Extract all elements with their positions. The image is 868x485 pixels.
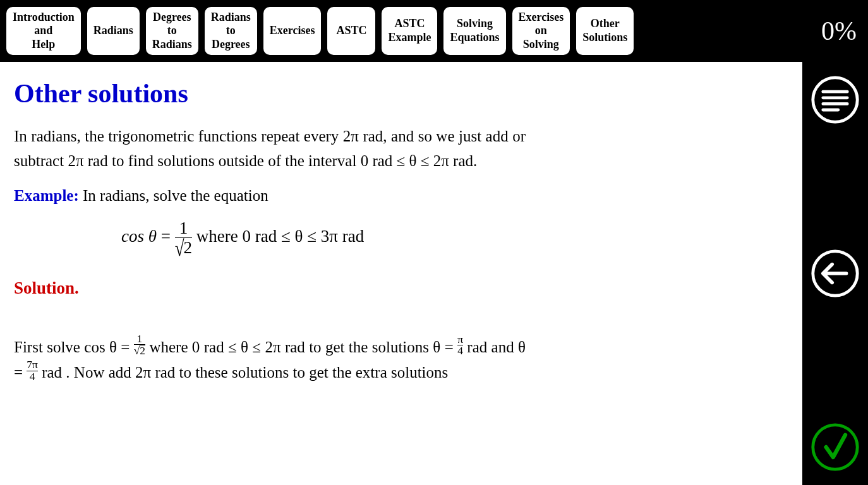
- arrow-left-icon: [810, 248, 860, 299]
- sol-frac3-den: 4: [27, 371, 38, 383]
- eq-fraction: 1√2: [175, 219, 192, 256]
- equation-display: cos θ = 1√2 where 0 rad ≤ θ ≤ 3π rad: [14, 219, 788, 256]
- sol-frac1-den: √2: [134, 344, 145, 357]
- eq-frac-num: 1: [175, 219, 192, 237]
- tab-other-solutions[interactable]: Other Solutions: [576, 7, 634, 55]
- tab-astc-example[interactable]: ASTC Example: [382, 7, 437, 55]
- back-button[interactable]: [809, 247, 862, 300]
- check-icon: [810, 422, 860, 472]
- example-label: Example:: [14, 187, 79, 204]
- tab-deg-to-rad[interactable]: Degrees to Radians: [146, 7, 198, 55]
- eq-frac-den: √2: [175, 237, 192, 256]
- top-bar: Introduction and Help Radians Degrees to…: [0, 0, 868, 62]
- menu-icon: [810, 75, 860, 125]
- sol-frac-1: 1√2: [134, 333, 145, 357]
- tab-exercises-solving[interactable]: Exercises on Solving: [512, 7, 570, 55]
- sol-frac1-radicand: 2: [140, 345, 145, 357]
- sol-frac2-den: 4: [457, 345, 463, 357]
- example-text: In radians, solve the equation: [79, 187, 268, 204]
- sol-text-4: rad . Now add 2π rad to these solutions …: [38, 364, 448, 381]
- sol-frac3-num: 7π: [27, 359, 38, 371]
- eq-lhs: cos θ: [121, 227, 157, 246]
- example-line: Example: In radians, solve the equation: [14, 184, 526, 208]
- tab-strip: Introduction and Help Radians Degrees to…: [6, 7, 634, 55]
- tab-radians[interactable]: Radians: [87, 7, 140, 55]
- sol-text-1: First solve cos θ =: [14, 338, 134, 355]
- main-area: Other solutions In radians, the trigonom…: [0, 62, 868, 485]
- sol-frac1-num: 1: [134, 333, 145, 345]
- tab-intro[interactable]: Introduction and Help: [6, 7, 81, 55]
- sol-frac-2: π4: [457, 334, 463, 357]
- sidebar: [802, 62, 868, 485]
- sol-frac-3: 7π4: [27, 359, 38, 382]
- page-title: Other solutions: [14, 73, 788, 114]
- surd-symbol-small: √: [134, 344, 140, 357]
- tab-rad-to-deg[interactable]: Radians to Degrees: [205, 7, 257, 55]
- solution-body: First solve cos θ = 1√2 where 0 rad ≤ θ …: [14, 333, 526, 385]
- eq-domain: where 0 rad ≤ θ ≤ 3π rad: [192, 227, 364, 246]
- solution-label: Solution.: [14, 278, 79, 297]
- svg-point-7: [813, 425, 857, 469]
- tab-solving-eq[interactable]: Solving Equations: [443, 7, 505, 55]
- svg-point-0: [813, 78, 857, 122]
- tab-exercises[interactable]: Exercises: [263, 7, 322, 55]
- confirm-button[interactable]: [809, 421, 862, 474]
- menu-button[interactable]: [809, 73, 862, 126]
- sol-text-2: where 0 rad ≤ θ ≤ 2π rad to get the solu…: [145, 338, 457, 355]
- eq-equals: =: [157, 227, 175, 246]
- sol-frac2-num: π: [457, 334, 463, 345]
- progress-indicator: 0%: [821, 16, 857, 46]
- eq-radicand: 2: [184, 237, 193, 257]
- content-panel: Other solutions In radians, the trigonom…: [0, 62, 802, 485]
- tab-astc[interactable]: ASTC: [327, 7, 375, 55]
- surd-symbol: √: [175, 237, 184, 260]
- intro-paragraph: In radians, the trigonometric functions …: [14, 124, 526, 174]
